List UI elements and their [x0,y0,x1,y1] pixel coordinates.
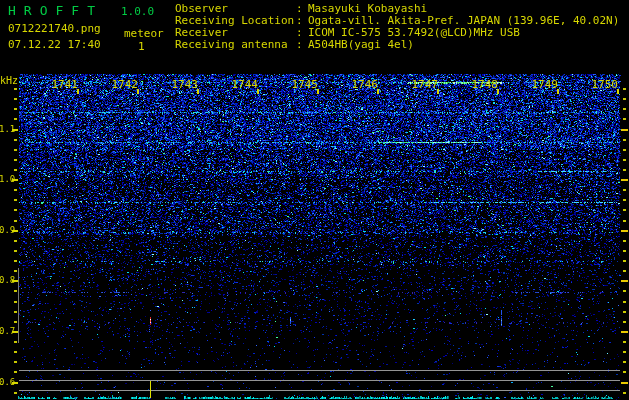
freq-tick-label: 0.8 [0,275,15,285]
freq-axis-unit: kHz [0,75,18,86]
app-title: HROFFT [8,3,103,18]
time-tick-label: 1750 [590,79,618,90]
info-row: Receiving antenna:A504HB(yagi 4el) [175,39,619,51]
freq-tick-label: 1.0 [0,174,15,184]
freq-tick-label: 1.1 [0,124,15,134]
app-version: 1.0.0 [121,5,154,18]
datetime-label: 07.12.22 17:40 [8,38,101,51]
time-tick-label: 1745 [290,79,318,90]
info-row-value: A504HB(yagi 4el) [308,39,414,51]
time-tick-label: 1746 [350,79,378,90]
spectrogram-canvas [0,0,629,400]
info-row-label: Receiving antenna [175,39,296,51]
freq-tick-label: 0.7 [0,326,15,336]
time-tick-label: 1743 [170,79,198,90]
file-name: 0712221740.png [8,22,101,35]
hrofft-screenshot: { "header": { "title": "HROFFT", "versio… [0,0,629,400]
info-row-separator: : [296,39,303,51]
time-tick-label: 1744 [230,79,258,90]
time-tick-label: 1742 [110,79,138,90]
freq-tick-label: 0.9 [0,225,15,235]
time-tick-label: 1748 [470,79,498,90]
time-tick-label: 1741 [50,79,78,90]
receiver-info: Observer:Masayuki KobayashiReceiving Loc… [175,3,619,51]
freq-tick-label: 0.6 [0,377,15,387]
channel-number: 1 [138,40,145,53]
time-tick-label: 1749 [530,79,558,90]
time-tick-label: 1747 [410,79,438,90]
mode-label: meteor [124,27,164,40]
